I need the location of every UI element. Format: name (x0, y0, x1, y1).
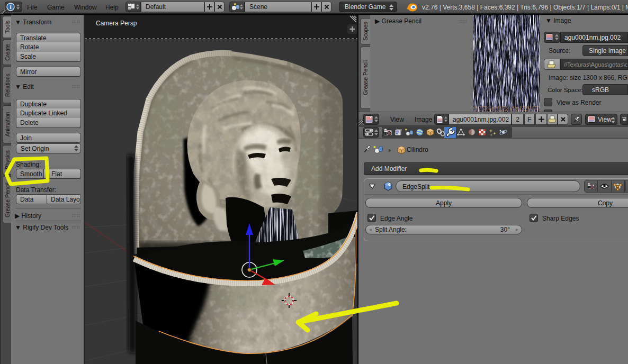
svg-text:Camera Persp: Camera Persp (96, 20, 137, 27)
svg-text:i: i (10, 4, 11, 10)
